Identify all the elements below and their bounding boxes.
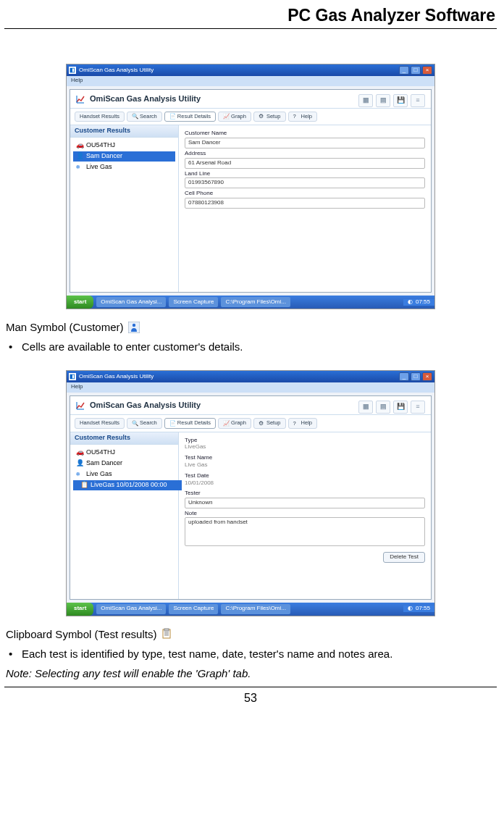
customer-results-header: Customer Results [70,125,178,138]
field-address[interactable]: 61 Arsenal Road [185,158,425,169]
man-icon: 👤 [76,460,83,467]
details-panel: Customer Name Sam Dancer Address 61 Arse… [179,125,431,292]
label-cellphone: Cell Phone [185,190,425,197]
list-icon: 📄 [169,421,175,427]
field-note[interactable]: uploaded from handset [185,517,425,546]
field-tester[interactable]: Unknown [185,498,425,508]
field-cellphone[interactable]: 07880123908 [185,198,425,209]
toolbar-button-2[interactable]: ▤ [376,94,390,107]
taskbar-item[interactable]: OmiScan Gas Analysi... [96,604,166,614]
tree-label: Sam Dancer [86,153,122,160]
tab-search[interactable]: 🔍Search [127,418,162,428]
page-number: 53 [4,687,497,705]
close-button[interactable]: × [422,66,432,75]
tree-livegas[interactable]: ⎈ Live Gas [73,162,175,172]
window-title: OmiScan Gas Analysis Utility [79,67,154,74]
man-icon: 👤 [76,153,83,160]
tree-vehicle[interactable]: 🚗 OU54THJ [73,448,175,458]
close-button[interactable]: × [422,372,432,381]
toolbar-button-save[interactable]: 💾 [393,401,408,414]
taskbar-item[interactable]: OmiScan Gas Analysi... [96,297,166,307]
tab-result-details[interactable]: 📄Result Details [164,112,216,122]
start-button[interactable]: start [67,296,93,309]
label-address: Address [185,151,425,157]
caption-text: Clipboard Symbol (Test results) [6,628,156,640]
tab-help[interactable]: ?Help [288,418,317,428]
taskbar-item[interactable]: Screen Capture [169,604,218,614]
tree-label: OU54THJ [86,142,115,149]
field-landline[interactable]: 01993567890 [185,177,425,188]
tree-customer[interactable]: 👤 Sam Dancer [73,458,175,469]
tree-vehicle[interactable]: 🚗 OU54THJ [73,141,175,151]
menu-help[interactable]: Help [71,77,83,83]
toolbar-button-1[interactable]: ▦ [358,401,373,414]
tab-handset-results[interactable]: Handset Results [75,418,125,428]
value-testdate: 10/01/2008 [185,479,425,489]
taskbar-item[interactable]: Screen Capture [169,297,218,307]
screenshot-customer-details: ◧ OmiScan Gas Analysis Utility _ □ × Hel… [66,64,435,309]
svg-point-3 [132,324,135,327]
taskbar-item[interactable]: C:\Program Files\Omi... [221,604,290,614]
window-title: OmiScan Gas Analysis Utility [79,374,154,380]
tree-customer[interactable]: 👤 Sam Dancer [73,151,175,162]
gear-icon: ⚙ [259,114,264,120]
menubar: Help [67,76,434,86]
system-tray: ◐ 07:55 [403,299,434,306]
value-type: LiveGas [185,443,425,453]
tabs-row: Handset Results 🔍Search 📄Result Details … [70,109,431,125]
toolbar-button-list[interactable]: ≡ [411,94,425,107]
label-note: Note [185,511,425,517]
utility-title: OmiScan Gas Analysis Utility [90,401,201,409]
taskbar-item[interactable]: C:\Program Files\Omi... [221,297,290,307]
menubar: Help [67,382,434,393]
menu-help[interactable]: Help [71,383,83,390]
maximize-button[interactable]: □ [411,66,421,75]
utility-header: OmiScan Gas Analysis Utility ▦ ▤ 💾 ≡ [70,90,431,109]
section-man-symbol: Man Symbol (Customer) [6,321,495,333]
tab-handset-results[interactable]: Handset Results [75,112,125,122]
svg-rect-7 [164,629,169,631]
page-header: PC Gas Analyzer Software [4,0,497,29]
app-icon: ◧ [69,373,76,380]
note-graph-tab: Note: Selecting any test will enable the… [6,667,495,679]
toolbar-button-1[interactable]: ▦ [358,94,373,107]
tab-result-details[interactable]: 📄Result Details [164,418,216,428]
label-testname: Test Name [185,455,425,461]
maximize-button[interactable]: □ [411,372,421,381]
tab-graph[interactable]: 📈Graph [218,112,251,122]
tab-setup[interactable]: ⚙Setup [253,112,286,122]
tab-setup[interactable]: ⚙Setup [253,418,286,428]
value-testname: Live Gas [185,461,425,471]
customer-results-header: Customer Results [70,432,178,445]
tree-label: OU54THJ [86,449,115,456]
clipboard-icon [161,628,172,640]
tray-icon: ◐ [408,299,413,306]
toolbar-button-2[interactable]: ▤ [376,401,390,414]
chart-icon [76,95,85,104]
minimize-button[interactable]: _ [399,372,409,381]
gear-icon: ⚙ [259,421,264,427]
customer-results-panel: Customer Results 🚗 OU54THJ 👤 Sam Dancer … [70,432,179,599]
list-icon: 📄 [169,114,175,120]
section-clipboard-symbol: Clipboard Symbol (Test results) [6,628,495,640]
delete-test-button[interactable]: Delete Test [383,552,425,563]
tab-search[interactable]: 🔍Search [127,112,162,122]
tree-test-result[interactable]: 📋 LiveGas 10/01/2008 00:00 [73,480,182,490]
graph-icon: 📈 [223,114,229,120]
field-customer-name[interactable]: Sam Dancer [185,138,425,148]
clipboard-icon: 📋 [80,482,88,489]
caption-text: Man Symbol (Customer) [6,321,124,333]
label-type: Type [185,437,425,444]
minimize-button[interactable]: _ [399,66,409,75]
toolbar-button-list[interactable]: ≡ [411,401,425,414]
tree-livegas[interactable]: ⎈ Live Gas [73,469,175,479]
tree-label: Live Gas [86,164,112,171]
toolbar-button-save[interactable]: 💾 [393,94,408,107]
tab-help[interactable]: ?Help [288,112,317,122]
windows-taskbar: start OmiScan Gas Analysi... Screen Capt… [67,603,434,616]
car-icon: 🚗 [76,449,83,456]
windows-taskbar: start OmiScan Gas Analysi... Screen Capt… [67,296,434,309]
start-button[interactable]: start [67,603,93,616]
details-panel: Type LiveGas Test Name Live Gas Test Dat… [179,432,431,599]
tab-graph[interactable]: 📈Graph [218,418,251,428]
